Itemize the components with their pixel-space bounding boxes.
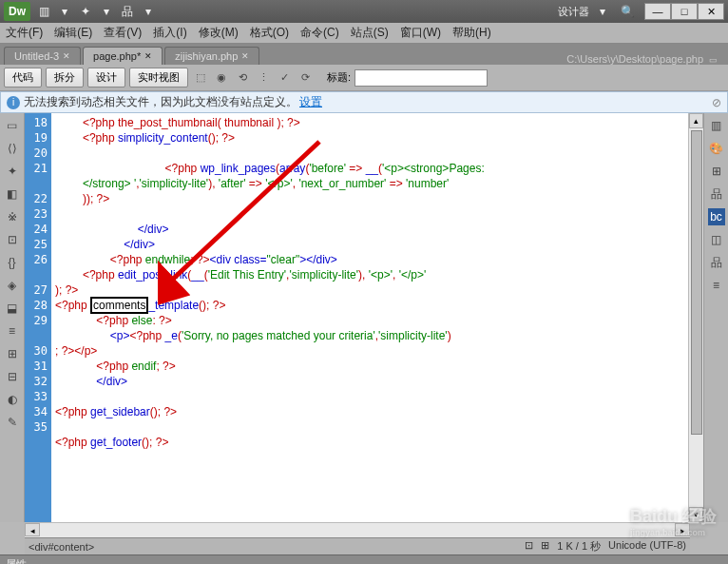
info-link[interactable]: 设置 bbox=[299, 94, 322, 110]
options-icon[interactable]: ⋮ bbox=[255, 69, 272, 87]
tab-zijishiyan[interactable]: zijishiyan.php✕ bbox=[164, 47, 259, 65]
panel-icon[interactable]: ⊞ bbox=[708, 163, 725, 180]
tool-icon[interactable]: ⊟ bbox=[4, 368, 21, 385]
maximize-button[interactable]: □ bbox=[671, 3, 698, 20]
panel-icon[interactable]: ▥ bbox=[708, 117, 725, 134]
tool-icon[interactable]: ◈ bbox=[4, 277, 21, 294]
tab-label: zijishiyan.php bbox=[175, 50, 238, 62]
menu-modify[interactable]: 修改(M) bbox=[199, 25, 239, 41]
app-logo: Dw bbox=[4, 2, 30, 21]
menu-insert[interactable]: 插入(I) bbox=[153, 25, 186, 41]
tab-label: page.php* bbox=[93, 50, 141, 62]
annotation-arrow bbox=[158, 132, 348, 322]
panel-icon[interactable]: 🎨 bbox=[708, 140, 725, 157]
close-info-icon[interactable]: ⊘ bbox=[712, 96, 721, 109]
tool-icon[interactable]: ▭ bbox=[4, 117, 21, 134]
menu-edit[interactable]: 编辑(E) bbox=[54, 25, 92, 41]
close-button[interactable]: ✕ bbox=[698, 3, 724, 20]
tool-icon[interactable]: ✎ bbox=[4, 414, 21, 431]
live-view-button[interactable]: 实时视图 bbox=[129, 68, 188, 88]
tool-icon[interactable]: ⊞ bbox=[541, 539, 549, 554]
tool-icon[interactable]: ⬓ bbox=[4, 300, 21, 317]
code-editor: ▭ ⟨⟩ ✦ ◧ ※ ⊡ {} ◈ ⬓ ≡ ⊞ ⊟ ◐ ✎ 18192021 2… bbox=[0, 113, 728, 522]
info-bar: i 无法搜索到动态相关文件，因为此文档没有站点定义。 设置 ⊘ bbox=[0, 91, 728, 113]
info-icon: i bbox=[7, 96, 20, 109]
dropdown-icon[interactable]: ▾ bbox=[141, 4, 156, 19]
minimize-button[interactable]: ― bbox=[644, 3, 671, 20]
close-icon[interactable]: ✕ bbox=[241, 51, 249, 61]
left-toolbar: ▭ ⟨⟩ ✦ ◧ ※ ⊡ {} ◈ ⬓ ≡ ⊞ ⊟ ◐ ✎ bbox=[0, 113, 25, 522]
title-input[interactable] bbox=[354, 69, 488, 87]
horizontal-scrollbar[interactable]: ◂ ▸ bbox=[25, 522, 690, 537]
file-size: 1 K / 1 秒 bbox=[557, 539, 601, 554]
tool-icon[interactable]: ⊞ bbox=[4, 345, 21, 362]
inspect-icon[interactable]: ⬚ bbox=[192, 69, 209, 87]
code-area[interactable]: <?php the_post_thumbnail( thumbnail ); ?… bbox=[51, 113, 688, 522]
window-buttons: ― □ ✕ bbox=[644, 3, 724, 20]
info-message: 无法搜索到动态相关文件，因为此文档没有站点定义。 bbox=[24, 94, 297, 110]
tool-icon[interactable]: ⊡ bbox=[525, 539, 533, 554]
tool-icon[interactable]: 品 bbox=[120, 4, 135, 19]
menu-file[interactable]: 文件(F) bbox=[6, 25, 43, 41]
scroll-thumb[interactable] bbox=[691, 130, 702, 435]
refresh-icon[interactable]: ⟳ bbox=[297, 69, 314, 87]
dropdown-icon[interactable]: ▾ bbox=[57, 4, 72, 19]
status-bar: <div#content> ⊡ ⊞ 1 K / 1 秒 Unicode (UTF… bbox=[25, 537, 690, 554]
tool-icon[interactable]: ≡ bbox=[4, 322, 21, 340]
layout-icon[interactable]: ▥ bbox=[36, 4, 51, 19]
title-bar: Dw ▥ ▾ ✦ ▾ 品 ▾ 设计器 ▾ 🔍 ― □ ✕ bbox=[0, 0, 728, 23]
validate-icon[interactable]: ✓ bbox=[276, 69, 293, 87]
panel-icon[interactable]: bc bbox=[708, 208, 725, 225]
tool-icon[interactable]: ✦ bbox=[78, 4, 93, 19]
menu-help[interactable]: 帮助(H) bbox=[452, 25, 491, 41]
menu-site[interactable]: 站点(S) bbox=[351, 25, 389, 41]
preview-icon[interactable]: ◉ bbox=[213, 69, 230, 87]
panel-icon[interactable]: ◫ bbox=[708, 231, 725, 248]
tool-icon[interactable]: ◧ bbox=[4, 185, 21, 203]
encoding: Unicode (UTF-8) bbox=[608, 539, 686, 554]
view-toolbar: 代码 拆分 设计 实时视图 ⬚ ◉ ⟲ ⋮ ✓ ⟳ 标题: bbox=[0, 65, 728, 91]
tool-icon[interactable]: ◐ bbox=[4, 391, 21, 408]
title-icons: ▥ ▾ ✦ ▾ 品 ▾ bbox=[36, 4, 156, 19]
properties-label: 属性 bbox=[6, 557, 27, 564]
vertical-scrollbar[interactable]: ▴ ▾ bbox=[688, 113, 703, 522]
menu-format[interactable]: 格式(O) bbox=[250, 25, 289, 41]
scroll-up-button[interactable]: ▴ bbox=[689, 113, 703, 128]
menu-bar: 文件(F) 编辑(E) 查看(V) 插入(I) 修改(M) 格式(O) 命令(C… bbox=[0, 23, 728, 44]
split-view-button[interactable]: 拆分 bbox=[46, 68, 84, 88]
close-icon[interactable]: ✕ bbox=[144, 51, 152, 61]
tool-icon[interactable]: ✦ bbox=[4, 163, 21, 180]
panel-icon[interactable]: 品 bbox=[708, 185, 725, 203]
workspace-label[interactable]: 设计器 bbox=[558, 5, 589, 19]
properties-panel-header[interactable]: 属性 bbox=[0, 554, 728, 564]
tab-label: Untitled-3 bbox=[14, 50, 59, 62]
menu-view[interactable]: 查看(V) bbox=[104, 25, 142, 41]
close-icon[interactable]: ✕ bbox=[63, 51, 70, 61]
panel-icon[interactable]: ≡ bbox=[708, 277, 725, 294]
dropdown-icon[interactable]: ▾ bbox=[595, 4, 610, 19]
panel-icon[interactable]: 品 bbox=[708, 254, 725, 271]
code-view-button[interactable]: 代码 bbox=[4, 68, 42, 88]
design-view-button[interactable]: 设计 bbox=[87, 68, 125, 88]
dropdown-icon[interactable]: ▾ bbox=[99, 4, 114, 19]
search-icon[interactable]: 🔍 bbox=[620, 4, 635, 19]
document-tabs: Untitled-3✕ page.php*✕ zijishiyan.php✕ C… bbox=[0, 44, 728, 65]
element-path[interactable]: <div#content> bbox=[29, 541, 94, 553]
line-numbers: 18192021 2223242526 272829 303132333435 bbox=[25, 113, 51, 522]
tool-icon[interactable]: ※ bbox=[4, 208, 21, 225]
tool-icon[interactable]: ⟨⟩ bbox=[4, 140, 21, 157]
scroll-left-button[interactable]: ◂ bbox=[25, 523, 40, 536]
menu-command[interactable]: 命令(C) bbox=[300, 25, 339, 41]
right-toolbar: ▥ 🎨 ⊞ 品 bc ◫ 品 ≡ bbox=[703, 113, 728, 522]
nav-icon[interactable]: ⟲ bbox=[234, 69, 251, 87]
scroll-down-button[interactable]: ▾ bbox=[689, 507, 703, 522]
tab-page-php[interactable]: page.php*✕ bbox=[83, 47, 163, 65]
tab-untitled[interactable]: Untitled-3✕ bbox=[4, 47, 81, 65]
tool-icon[interactable]: {} bbox=[4, 254, 21, 271]
menu-window[interactable]: 窗口(W) bbox=[400, 25, 441, 41]
tool-icon[interactable]: ⊡ bbox=[4, 231, 21, 248]
title-label: 标题: bbox=[327, 70, 351, 85]
file-path: C:\Users\y\Desktop\page.php bbox=[566, 53, 709, 65]
scroll-right-button[interactable]: ▸ bbox=[675, 523, 690, 536]
collapse-icon[interactable]: ▭ bbox=[709, 55, 724, 65]
